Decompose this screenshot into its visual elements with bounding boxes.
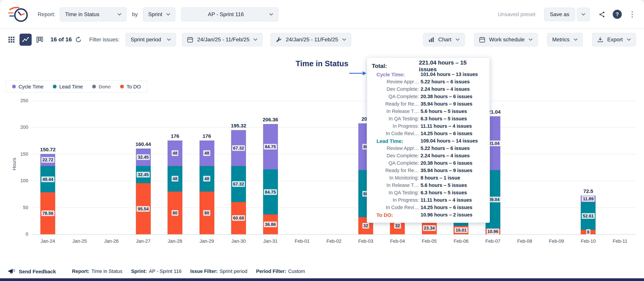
share-icon[interactable] xyxy=(598,11,605,18)
time-frame-value: 24/Jan/25 - 11/Feb/25 xyxy=(286,37,338,43)
calendar-icon xyxy=(187,37,193,43)
legend-item-done[interactable]: Done xyxy=(92,84,111,89)
bar-segment-lead-time[interactable]: 49.44 xyxy=(40,166,55,192)
legend-label: Done xyxy=(98,84,111,89)
bottom-accent-bar xyxy=(0,278,644,281)
refresh-icon[interactable] xyxy=(75,36,82,43)
export-dropdown[interactable]: Export xyxy=(592,33,636,46)
bar-segment-to-do[interactable]: 95.54 xyxy=(136,183,150,234)
tooltip-status-row: Dev Complete:2.24 hours – 4 issues xyxy=(372,152,485,159)
bar-segment-to-do[interactable]: 60.68 xyxy=(231,202,246,234)
tooltip-status-value: 6.3 hours – 5 issues xyxy=(419,116,467,121)
legend-label: To DO xyxy=(126,84,141,89)
bar-segment-cycle-time[interactable]: 84.75 xyxy=(263,124,278,169)
chart-legend: Cycle TimeLead TimeDoneTo DO xyxy=(6,80,147,93)
tooltip-status-value: 5.22 hours – 6 issues xyxy=(419,146,470,151)
bar-segment-cycle-time[interactable]: 32.45 xyxy=(136,149,150,166)
bar-segment-value: 10.96 xyxy=(486,229,499,234)
bar-segment-to-do[interactable]: 78.56 xyxy=(40,192,55,235)
tooltip-status-label: Ready for Re… xyxy=(372,168,419,173)
bar-jan-27: 32.4532.4595.54 xyxy=(136,149,150,234)
grid-view-icon[interactable] xyxy=(8,36,15,43)
bar-segment-to-do[interactable]: 8 xyxy=(581,230,596,234)
gridline xyxy=(32,207,636,208)
tooltip-status-label: Review Appr… xyxy=(372,146,419,151)
download-icon xyxy=(597,37,603,43)
bar-segment-to-do[interactable]: 80 xyxy=(168,192,182,234)
gridline xyxy=(32,181,636,181)
chevron-down-icon xyxy=(166,13,170,16)
bar-segment-value: 48 xyxy=(172,150,178,156)
sprint-period-dropdown[interactable]: 24/Jan/25 - 11/Feb/25 xyxy=(182,33,262,46)
tooltip-status-row: In QA Testing:6.3 hours – 5 issues xyxy=(372,115,485,122)
x-axis-tick-label: Feb-05 xyxy=(413,238,445,244)
bar-segment-lead-time[interactable]: 48 xyxy=(199,166,214,191)
tooltip-status-label: Ready for Re… xyxy=(372,101,419,107)
help-icon[interactable]: ? xyxy=(613,10,622,19)
board-view-icon[interactable] xyxy=(36,36,43,43)
group-by-dropdown[interactable]: Sprint xyxy=(143,7,176,21)
bar-segment-value: 32 xyxy=(394,223,401,229)
work-schedule-label: Work schedule xyxy=(489,37,524,43)
x-axis-tick-label: Jan-28 xyxy=(159,238,191,244)
time-in-status-app: Report: Time in Status by Sprint AP - Sp… xyxy=(0,0,644,281)
bar-segment-to-do[interactable]: 23.34 xyxy=(422,222,437,234)
issue-filter-dropdown[interactable]: Sprint period xyxy=(126,33,176,46)
legend-item-lead-time[interactable]: Lead Time xyxy=(53,84,83,89)
bar-segment-value: 16.01 xyxy=(454,227,468,233)
bar-segment-to-do[interactable]: 10.96 xyxy=(486,228,500,234)
chevron-down-icon xyxy=(254,38,258,41)
tooltip-status-value: 11.11 hours – 4 issues xyxy=(419,123,472,129)
time-frame-dropdown[interactable]: 24/Jan/25 - 11/Feb/25 xyxy=(271,33,351,46)
gridline xyxy=(32,234,636,235)
save-as-menu-button[interactable] xyxy=(577,7,590,21)
tooltip-status-label: In QA Testing: xyxy=(372,116,419,121)
issue-filter-value: Sprint period xyxy=(130,37,161,43)
kebab-menu-icon[interactable]: ⋮ xyxy=(628,10,636,18)
tooltip-status-label: In Progress: xyxy=(372,197,419,203)
y-axis-tick-label: 200 xyxy=(0,125,28,130)
tooltip-status-value: 2.24 hours – 4 issues xyxy=(419,153,470,158)
tooltip-status-row: QA Complete:20.38 hours – 6 issues xyxy=(372,93,485,100)
chevron-down-icon xyxy=(118,13,122,16)
send-feedback-button[interactable]: Send Feedback xyxy=(8,268,56,275)
tooltip-status-label: QA Complete: xyxy=(372,94,419,99)
bar-segment-to-do[interactable]: 16.01 xyxy=(454,226,468,234)
bar-total-label: 206.36 xyxy=(254,117,286,123)
bar-segment-cycle-time[interactable]: 22.72 xyxy=(40,154,55,166)
bar-segment-lead-time[interactable]: 52.61 xyxy=(581,202,596,230)
x-axis-tick-label: Jan-27 xyxy=(127,238,159,244)
chevron-down-icon xyxy=(269,13,273,16)
chart-type-dropdown[interactable]: Chart xyxy=(423,33,464,46)
bar-segment-cycle-time[interactable]: 48 xyxy=(199,140,214,166)
metrics-dropdown[interactable]: Metrics xyxy=(547,33,582,46)
bar-segment-value: 32 xyxy=(362,223,369,229)
bar-segment-cycle-time[interactable]: 48 xyxy=(168,140,182,166)
tooltip-status-row: In Code Revi…14.25 hours – 6 issues xyxy=(372,204,485,211)
legend-item-to-do[interactable]: To DO xyxy=(120,84,141,89)
tooltip-section-label: To DO: xyxy=(372,212,419,218)
bar-segment-cycle-time[interactable]: 67.32 xyxy=(231,130,246,166)
footer-summary-label: Sprint: xyxy=(131,269,147,274)
sprint-dropdown[interactable]: AP - Sprint 116 xyxy=(181,7,278,21)
bar-segment-lead-time[interactable]: 67.32 xyxy=(231,166,246,202)
report-type-dropdown[interactable]: Time in Status xyxy=(60,7,127,21)
bar-segment-to-do[interactable]: 80 xyxy=(199,192,214,234)
tooltip-status-value: 5.6 hours – 5 issues xyxy=(419,183,467,188)
save-as-button[interactable]: Save as xyxy=(544,7,575,21)
tooltip-status-label: In Release T… xyxy=(372,109,419,114)
work-schedule-dropdown[interactable]: Work schedule xyxy=(474,33,538,46)
legend-item-cycle-time[interactable]: Cycle Time xyxy=(12,84,44,89)
bar-segment-lead-time[interactable]: 32.45 xyxy=(136,166,150,183)
tooltip-status-row: Review Appr…5.22 hours – 6 issues xyxy=(372,145,485,152)
bar-segment-lead-time[interactable]: 48 xyxy=(168,166,182,191)
bar-segment-cycle-time[interactable]: 11.89 xyxy=(581,196,596,202)
chevron-down-icon xyxy=(342,38,346,41)
bar-segment-to-do[interactable]: 36.86 xyxy=(263,215,278,234)
tooltip-status-label: In Monitoring: xyxy=(372,175,419,181)
bar-chart-icon xyxy=(428,37,434,43)
wrench-icon xyxy=(276,37,282,43)
chart-view-icon[interactable] xyxy=(20,34,32,46)
x-axis-tick-label: Jan-29 xyxy=(191,238,223,244)
bar-segment-lead-time[interactable]: 84.75 xyxy=(263,169,278,215)
